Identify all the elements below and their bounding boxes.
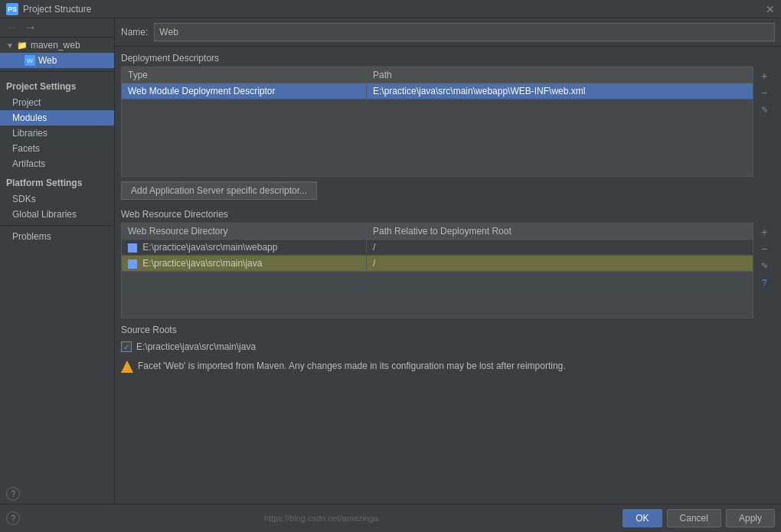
- descriptor-type-cell: Web Module Deployment Descriptor: [122, 83, 367, 99]
- warning-icon: [121, 361, 133, 373]
- source-roots-title: Source Roots: [121, 325, 775, 335]
- source-root-checkbox-0[interactable]: [121, 341, 132, 352]
- right-panel: Name: Deployment Descriptors Type Path W…: [115, 18, 781, 504]
- name-input[interactable]: [154, 23, 775, 41]
- descriptor-path-cell: E:\practice\java\src\main\webapp\WEB-INF…: [367, 83, 753, 99]
- sidebar-help-button[interactable]: ?: [6, 487, 20, 501]
- web-resource-empty-area: [122, 272, 753, 318]
- sidebar: ← → ▼ 📁 maven_web W Web Project Settings…: [0, 18, 115, 504]
- warning-row: Facet 'Web' is imported from Maven. Any …: [121, 355, 775, 377]
- nav-back-button[interactable]: ←: [5, 21, 20, 34]
- sidebar-item-facets[interactable]: Facets: [0, 141, 114, 156]
- add-web-resource-button[interactable]: +: [756, 224, 772, 240]
- deployment-descriptors-table-container: Type Path Web Module Deployment Descript…: [121, 67, 775, 177]
- app-icon: PS: [6, 3, 18, 15]
- folder-icon: 📁: [17, 41, 28, 51]
- remove-descriptor-button[interactable]: −: [756, 85, 772, 100]
- sidebar-nav: ← →: [0, 18, 114, 38]
- deployment-actions: + − ✎: [753, 67, 775, 177]
- web-resource-dir-header: Web Resource Directory: [122, 224, 367, 239]
- deployment-descriptor-row[interactable]: Web Module Deployment Descriptor E:\prac…: [122, 83, 753, 100]
- help-web-resource-button[interactable]: ?: [756, 275, 772, 290]
- cancel-button[interactable]: Cancel: [667, 509, 721, 527]
- bottom-bar: ? https://blog.csdn.net/amazinga OK Canc…: [0, 504, 781, 532]
- edit-web-resource-button[interactable]: ✎: [756, 258, 772, 273]
- deployment-empty-area: [122, 100, 753, 176]
- path-relative-header: Path Relative to Deployment Root: [367, 224, 753, 239]
- tree-child-label: Web: [38, 55, 57, 66]
- path-column-header: Path: [367, 67, 753, 83]
- platform-settings-label: Platform Settings: [0, 171, 114, 191]
- main-content: ← → ▼ 📁 maven_web W Web Project Settings…: [0, 18, 781, 504]
- close-button[interactable]: ✕: [766, 3, 775, 15]
- sidebar-item-libraries[interactable]: Libraries: [0, 126, 114, 141]
- add-app-server-descriptor-button[interactable]: Add Application Server specific descript…: [121, 181, 317, 200]
- add-descriptor-button[interactable]: +: [756, 68, 772, 83]
- nav-forward-button[interactable]: →: [23, 21, 38, 34]
- warning-text: Facet 'Web' is imported from Maven. Any …: [138, 360, 566, 373]
- deployment-table-wrapper: Type Path Web Module Deployment Descript…: [121, 67, 753, 177]
- sidebar-item-problems[interactable]: Problems: [0, 229, 114, 244]
- panel-scroll: Deployment Descriptors Type Path Web Mod…: [115, 47, 781, 504]
- title-bar-text: Project Structure: [23, 4, 91, 15]
- web-resource-path-cell-0: /: [367, 240, 753, 255]
- deployment-descriptors-title: Deployment Descriptors: [121, 53, 775, 64]
- type-column-header: Type: [122, 67, 367, 83]
- web-resource-dir-icon-1: [128, 259, 137, 269]
- tree-parent-label: maven_web: [31, 40, 80, 51]
- sidebar-item-artifacts[interactable]: Artifacts: [0, 156, 114, 171]
- apply-button[interactable]: Apply: [726, 509, 775, 527]
- web-resource-dir-cell-1: E:\practice\java\src\main\java: [122, 256, 367, 271]
- web-resource-directories-title: Web Resource Directories: [121, 209, 775, 220]
- tree-parent-item[interactable]: ▼ 📁 maven_web: [0, 38, 114, 53]
- module-icon: W: [25, 55, 35, 66]
- deployment-table-header: Type Path: [122, 67, 753, 83]
- watermark-url: https://blog.csdn.net/amazinga: [264, 514, 378, 523]
- source-root-row-0[interactable]: E:\practice\java\src\main\java: [121, 338, 775, 355]
- web-resource-row-0[interactable]: E:\practice\java\src\main\webapp /: [122, 240, 753, 256]
- web-resource-dir-icon-0: [128, 243, 137, 253]
- edit-descriptor-button[interactable]: ✎: [756, 102, 772, 117]
- source-roots-section: Source Roots E:\practice\java\src\main\j…: [121, 325, 775, 355]
- bottom-help-button[interactable]: ?: [6, 511, 20, 525]
- web-resource-row-1[interactable]: E:\practice\java\src\main\java /: [122, 256, 753, 272]
- source-root-label-0: E:\practice\java\src\main\java: [136, 341, 256, 352]
- name-label: Name:: [121, 27, 148, 38]
- sidebar-item-project[interactable]: Project: [0, 95, 114, 110]
- sidebar-divider: [0, 71, 114, 72]
- sidebar-item-sdks[interactable]: SDKs: [0, 191, 114, 207]
- sidebar-item-global-libraries[interactable]: Global Libraries: [0, 207, 114, 222]
- sidebar-bottom: ?: [0, 484, 114, 504]
- web-resource-table-header: Web Resource Directory Path Relative to …: [122, 224, 753, 240]
- web-resource-path-cell-1: /: [367, 256, 753, 271]
- web-resource-table-wrapper: Web Resource Directory Path Relative to …: [121, 223, 753, 318]
- web-resource-actions: + − ✎ ?: [753, 223, 775, 318]
- ok-button[interactable]: OK: [623, 509, 662, 527]
- web-resource-dir-cell-0: E:\practice\java\src\main\webapp: [122, 240, 367, 255]
- project-settings-label: Project Settings: [0, 75, 114, 95]
- title-bar: PS Project Structure ✕: [0, 0, 781, 18]
- remove-web-resource-button[interactable]: −: [756, 241, 772, 256]
- sidebar-item-modules[interactable]: Modules: [0, 110, 114, 126]
- web-resource-table-container: Web Resource Directory Path Relative to …: [121, 223, 775, 318]
- tree-child-item[interactable]: W Web: [0, 53, 114, 68]
- name-row: Name:: [115, 18, 781, 47]
- tree-arrow-icon: ▼: [6, 41, 14, 50]
- sidebar-divider2: [0, 225, 114, 226]
